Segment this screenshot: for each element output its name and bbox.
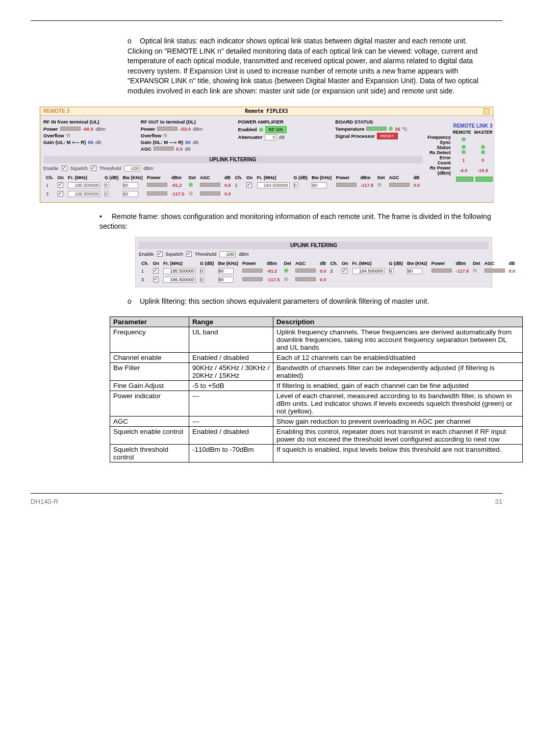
circle-bullet-icon: o <box>128 297 140 307</box>
on-checkbox[interactable] <box>342 268 347 274</box>
led-icon <box>189 191 193 196</box>
channel-table: Ch.OnFr. (MHz)G (dB)Bw (KHz)PowerdBmDetA… <box>43 174 422 199</box>
power-bar <box>60 127 81 131</box>
reset-button[interactable]: RESET <box>377 133 398 139</box>
enable-checkbox[interactable] <box>157 251 163 257</box>
panel-titlebar: REMOTE 3 Remote FIPLEX3 <box>40 107 493 116</box>
agc-bar <box>154 147 174 151</box>
freq-input[interactable]: 186.500000 <box>68 191 100 197</box>
bw-select[interactable]: 90 <box>312 182 327 188</box>
freq-input[interactable]: 184.500000 <box>257 182 290 188</box>
table-row: Channel enableEnabled / disabledEach of … <box>110 353 523 363</box>
table-row: Fine Gain Adjust-5 to +5dBIf filtering i… <box>110 381 523 391</box>
gain-input[interactable]: 0 <box>105 191 109 197</box>
gain-input[interactable]: 0 <box>294 182 298 188</box>
squelch-checkbox[interactable] <box>186 251 192 257</box>
led-icon <box>462 150 466 154</box>
led-icon <box>473 269 477 273</box>
parameter-table: Parameter Range Description FrequencyUL … <box>110 316 523 462</box>
on-checkbox[interactable] <box>153 268 159 274</box>
on-checkbox[interactable] <box>153 277 159 282</box>
table-row: 3186.500000090-117.50.0 <box>140 276 517 284</box>
led-icon <box>462 145 466 149</box>
optical-link-paragraph: oOptical link status: each indicator sho… <box>128 36 492 96</box>
link-bar <box>456 177 473 182</box>
power-bar <box>157 127 177 131</box>
threshold-input[interactable]: -100 <box>124 165 140 172</box>
led-icon <box>389 127 393 131</box>
led-icon <box>284 269 288 273</box>
remote-link-panel: REMOTE LINK 3 REMOTEMASTER Frequency Syn… <box>425 119 495 199</box>
rf-on-button[interactable]: RF ON <box>265 126 287 133</box>
remote-frame-paragraph: •Remote frame: shows configuration and m… <box>99 212 492 232</box>
table-row: Squelch enable controlEnabled / disabled… <box>110 427 523 445</box>
threshold-input[interactable]: -100 <box>219 251 236 257</box>
led-icon <box>481 150 485 154</box>
led-icon <box>66 133 70 137</box>
enable-checkbox[interactable] <box>62 165 67 171</box>
bullet-icon: • <box>99 212 112 222</box>
uplink-mini-panel: UPLINK FILTERING Enable Squelch Threshol… <box>135 237 492 287</box>
bw-select[interactable]: 90 <box>123 182 138 188</box>
table-row: AGC---Show gain reduction to prevent ove… <box>110 417 523 427</box>
table-row: Squelch threshold control-110dBm to -70d… <box>110 445 523 462</box>
led-icon <box>462 137 466 141</box>
led-icon <box>163 133 167 137</box>
led-icon <box>377 183 382 187</box>
table-row: Power indicator---Level of each channel,… <box>110 391 523 417</box>
attenuator-input[interactable]: 0 <box>265 134 277 140</box>
temp-bar <box>366 127 387 131</box>
on-checkbox[interactable] <box>58 182 63 188</box>
remote-panel: REMOTE 3 Remote FIPLEX3 RF IN from termi… <box>40 107 493 203</box>
rfout-title: RF OUT to terminal (DL) <box>141 119 228 125</box>
panel-title: Remote FIPLEX3 <box>245 108 288 114</box>
board-title: BOARD STATUS <box>335 119 422 125</box>
pa-title: POWER AMPLIFIER <box>238 119 325 125</box>
remote-link-title[interactable]: REMOTE LINK 3 <box>425 123 495 129</box>
led-icon <box>259 128 263 132</box>
bw-select[interactable]: 90 <box>123 191 138 197</box>
doc-id: DH140-R <box>31 498 58 505</box>
gain-input[interactable]: 0 <box>105 182 109 188</box>
table-row: Bw Filter90KHz / 45KHz / 30KHz / 20KHz /… <box>110 363 523 381</box>
channel-table-mini: Ch.OnFr. (MHz)G (dB)Bw (KHz)PowerdBmDetA… <box>139 259 518 285</box>
table-row: FrequencyUL bandUplink frequency channel… <box>110 327 523 353</box>
table-row: 1185.500000090-91.20.0 2184.500000090-11… <box>140 267 517 275</box>
page-footer: DH140-R 31 <box>31 493 502 505</box>
rfin-title: RF IN from terminal (UL) <box>43 119 131 125</box>
table-row: 3186.500000090-117.50.0 <box>44 190 421 198</box>
squelch-checkbox[interactable] <box>91 165 96 171</box>
led-icon <box>189 183 193 187</box>
uplink-banner: UPLINK FILTERING <box>43 156 422 163</box>
collapse-icon[interactable] <box>484 108 490 114</box>
table-row: 1185.500000090-91.20.0 2184.500000090-11… <box>44 182 421 189</box>
circle-bullet-icon: o <box>128 36 140 46</box>
page-number: 31 <box>495 498 502 505</box>
led-icon <box>284 277 288 281</box>
uplink-filtering-paragraph: oUplink filtering: this section shows eq… <box>128 297 492 307</box>
on-checkbox[interactable] <box>58 191 63 197</box>
remote-label: REMOTE 3 <box>43 108 69 114</box>
link-bar <box>475 177 493 182</box>
freq-input[interactable]: 185.500000 <box>68 182 100 188</box>
led-icon <box>481 145 485 149</box>
on-checkbox[interactable] <box>246 182 252 188</box>
